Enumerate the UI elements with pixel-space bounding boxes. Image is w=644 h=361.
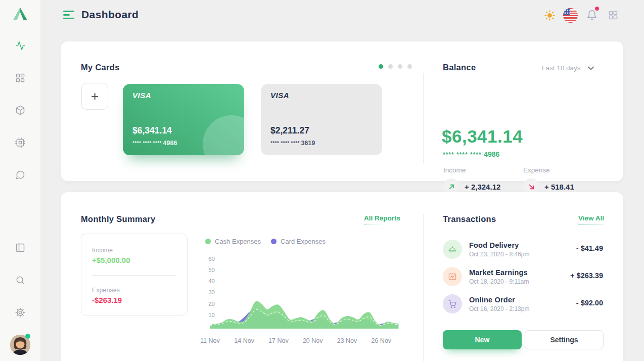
svg-text:20: 20 [208, 301, 215, 307]
svg-text:30: 30 [208, 289, 215, 295]
arrow-down-right-icon [528, 184, 535, 190]
cart-icon [447, 299, 457, 309]
chevron-down-icon [588, 66, 594, 70]
transaction-amount: + $263.39 [570, 272, 603, 280]
gear-icon [15, 307, 25, 318]
card-decor-circle [203, 115, 244, 155]
sidebar-item-products[interactable] [0, 100, 40, 120]
sidebar-item-panels[interactable] [0, 238, 40, 258]
svg-text:60: 60 [208, 256, 215, 262]
balance-amount: $6,341.14 [442, 126, 523, 147]
transaction-name: Market Earnings [469, 268, 528, 277]
cpu-icon [15, 138, 25, 148]
cards-pager [379, 64, 412, 69]
apps-grid-icon [608, 10, 618, 20]
add-card-button[interactable]: + [81, 83, 108, 110]
sidebar [0, 0, 40, 361]
monthly-summary-title: Monthly Summary [81, 214, 156, 224]
sidebar-item-dashboard[interactable] [0, 68, 40, 88]
svg-text:14 Nov: 14 Nov [234, 337, 254, 344]
sidebar-item-search[interactable] [0, 270, 40, 290]
balance-card-number: **** **** **** 4986 [443, 150, 499, 159]
transaction-amount: - $41.49 [576, 244, 603, 252]
svg-text:10: 10 [208, 312, 215, 318]
summary-expenses-label: Expenses [92, 287, 120, 294]
svg-text:26 Nov: 26 Nov [371, 337, 391, 344]
theme-toggle-button[interactable] [544, 10, 556, 23]
svg-text:23 Nov: 23 Nov [337, 337, 357, 344]
pager-dot[interactable] [388, 64, 393, 69]
layout-sidebar-icon [15, 243, 25, 253]
notifications-button[interactable] [586, 10, 597, 23]
package-icon [15, 105, 25, 115]
cards-balance-panel: My Cards + VISA $6,341.14 **** **** ****… [61, 41, 623, 181]
online-order-badge [443, 294, 462, 313]
page-title: Dashboard [81, 9, 139, 21]
menu-toggle-button[interactable] [63, 11, 74, 20]
transaction-amount: - $92.00 [576, 299, 603, 307]
sidebar-item-messages[interactable] [0, 165, 40, 185]
triangle-logo-icon [12, 6, 28, 22]
svg-text:17 Nov: 17 Nov [268, 337, 289, 344]
expense-value: + 518.41 [544, 183, 574, 191]
card-balance: $2,211.27 [270, 125, 309, 136]
income-value: + 2,324.12 [465, 183, 500, 191]
legend-cash-label: Cash Expenses [215, 238, 261, 245]
income-label: Income [443, 166, 466, 174]
language-selector[interactable] [563, 8, 578, 23]
transaction-date: Oct 18, 2020 - 9:11am [469, 278, 529, 285]
panel-divider [423, 214, 424, 361]
pager-dot[interactable] [379, 64, 383, 69]
card-expenses-dot [271, 239, 277, 244]
my-cards-title: My Cards [81, 63, 120, 72]
transaction-date: Oct 23, 2020 - 8:46pm [469, 251, 529, 258]
view-all-link[interactable]: View All [578, 214, 604, 224]
expense-label: Expense [523, 166, 550, 174]
sidebar-item-activity[interactable] [0, 35, 40, 56]
card-number: **** **** **** 3619 [270, 140, 315, 147]
cash-expenses-dot [205, 239, 211, 244]
online-status-dot [25, 334, 30, 339]
card-balance: $6,341.14 [132, 125, 172, 136]
notification-dot [595, 7, 599, 11]
summary-box: Income +$5,000.00 Expenses -$263.19 [81, 234, 188, 315]
all-reports-link[interactable]: All Reports [364, 214, 400, 224]
divider [92, 275, 176, 276]
sidebar-item-system[interactable] [0, 132, 40, 153]
pager-dot[interactable] [407, 64, 412, 69]
expenses-area-chart: 605040302010011 Nov14 Nov17 Nov20 Nov23 … [200, 249, 408, 348]
panel-divider [423, 73, 424, 163]
range-label: Last 10 days [542, 64, 581, 72]
credit-card-secondary[interactable]: VISA $2,211.27 **** **** **** 3619 [261, 84, 382, 155]
transaction-name: Online Order [469, 296, 515, 304]
balance-range-select[interactable]: Last 10 days [542, 64, 594, 72]
legend-card-label: Card Expenses [281, 238, 326, 245]
chart-legend: Cash Expenses Card Expenses [205, 238, 326, 245]
transaction-name: Food Delivery [469, 241, 519, 249]
credit-card-primary[interactable]: VISA $6,341.14 **** **** **** 4986 [123, 84, 244, 155]
market-chart-icon [447, 272, 457, 282]
food-delivery-badge [443, 240, 462, 259]
transaction-row[interactable]: Market Earnings Oct 18, 2020 - 9:11am + … [443, 267, 603, 289]
svg-text:40: 40 [208, 278, 215, 284]
svg-text:20 Nov: 20 Nov [303, 337, 323, 344]
new-button[interactable]: New [443, 330, 522, 349]
search-icon [15, 275, 25, 285]
summary-expenses-value: -$263.19 [92, 296, 122, 304]
app-logo[interactable] [12, 6, 28, 22]
transaction-row[interactable]: Online Order Oct 16, 2020 - 2:13pm - $92… [443, 294, 603, 317]
transaction-row[interactable]: Food Delivery Oct 23, 2020 - 8:46pm - $4… [443, 240, 603, 262]
market-earnings-badge [443, 267, 462, 286]
apps-button[interactable] [608, 10, 618, 22]
settings-button[interactable]: Settings [525, 330, 604, 349]
sidebar-item-settings[interactable] [0, 302, 40, 323]
activity-icon [15, 40, 26, 51]
chat-icon [15, 170, 25, 180]
pager-dot[interactable] [398, 64, 402, 69]
summary-transactions-panel: Monthly Summary All Reports Income +$5,0… [61, 192, 623, 361]
grid-icon [15, 73, 25, 83]
svg-text:50: 50 [208, 267, 215, 273]
menu-icon [63, 11, 74, 12]
visa-logo: VISA [132, 91, 235, 100]
transactions-title: Transactions [443, 214, 496, 224]
